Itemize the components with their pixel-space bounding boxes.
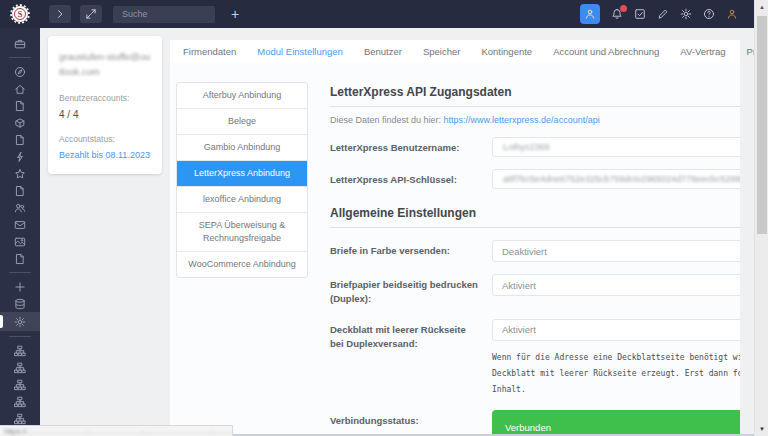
mail-icon [14,219,26,231]
doc-icon [14,134,26,146]
tab-account-und-abrechnung[interactable]: Account und Abrechnung [553,46,659,57]
plus-icon [14,281,26,293]
setting-select[interactable]: Aktiviert [492,319,740,341]
doc-icon [14,100,26,112]
tab-av-vertrag[interactable]: AV-Vertrag [680,46,725,57]
tab-benutzer[interactable]: Benutzer [364,46,402,57]
scroll-down-arrow[interactable]: ▼ [755,423,768,435]
apikey-input[interactable]: a8f7bc5e4dne6752e325cb759dctv2965024d778… [492,169,740,189]
expand-window-button[interactable] [80,5,102,23]
apikey-label: LetterXpress API-Schlüssel: [330,169,492,187]
submenu-item-woocommerce-anbindung[interactable]: WooCommerce Anbindung [177,252,307,277]
account-email: graustufen-stoffe@outlook.com [59,49,151,79]
sidebar-item-invoices[interactable] [0,131,40,148]
browser-link-preview: https://……………………-…………………-………………………-……………… [0,425,233,436]
sitemap-icon [14,413,26,425]
search-input[interactable] [113,6,215,23]
sidebar-item-receipts[interactable] [0,182,40,199]
letterxpress-settings: LetterXpress API Zugangsdaten Diese Date… [330,82,740,436]
submenu-item-afterbuy-anbindung[interactable]: Afterbuy Anbindung [177,83,307,109]
submenu-item-letterxpress-anbindung[interactable]: LetterXpress Anbindung [177,161,307,187]
help-icon[interactable] [703,8,715,20]
connection-status-label: Verbindungsstatus: [330,410,492,428]
icon-sidebar [0,28,40,436]
letterxpress-api-link[interactable]: https://www.letterxpress.de/account/api [444,115,600,125]
sitemap-icon [14,345,26,357]
briefcase-icon [14,38,26,50]
submenu-item-sepa-berweisung-rechnungsfreigabe[interactable]: SEPA Überweisung & Rechnungsfreigabe [177,213,307,252]
sidebar-item-messages[interactable] [0,216,40,233]
sidebar-item-org-4[interactable] [0,393,40,410]
sidebar-item-settings[interactable] [0,312,40,331]
tab-firmendaten[interactable]: Firmendaten [183,46,236,57]
setting-label: Briefe in Farbe versenden: [330,240,492,258]
setting-select[interactable]: Deaktiviert [492,240,740,262]
main-panel: FirmendatenModul EinstellungenBenutzerSp… [170,40,740,436]
sitemap-icon [14,362,26,374]
user-avatar[interactable] [580,4,600,24]
star-icon [14,168,26,180]
sidebar-item-quick-actions[interactable] [0,148,40,165]
sidebar-item-home[interactable] [0,80,40,97]
setting-row: Briefpapier beidseitig bedrucken (Duplex… [330,274,740,307]
sidebar-item-data[interactable] [0,295,40,312]
sidebar-item-media[interactable] [0,233,40,250]
users-icon [14,202,26,214]
sidebar-item-favorites[interactable] [0,165,40,182]
tab-bar: FirmendatenModul EinstellungenBenutzerSp… [170,40,740,63]
sidebar-item-files[interactable] [0,250,40,267]
setting-label: Deckblatt mit leerer Rückseite bei Duple… [330,319,492,352]
collapse-sidebar-button[interactable] [49,5,71,23]
sitemap-icon [14,396,26,408]
accountstatus-link[interactable]: Bezahlt bis 08.11.2023 [59,150,151,160]
new-tab-button[interactable]: + [231,7,239,21]
setting-select[interactable]: Aktiviert [492,274,740,296]
scrollbar-thumb[interactable] [757,16,767,234]
sidebar-item-add[interactable] [0,278,40,295]
divider [330,227,740,228]
submenu-item-lexoffice-anbindung[interactable]: lexoffice Anbindung [177,187,307,213]
setting-row: Briefe in Farbe versenden:Deaktiviert [330,240,740,262]
sidebar-item-products[interactable] [0,114,40,131]
settings-gear-icon[interactable] [680,8,692,20]
username-input[interactable]: Lothyz2369 [492,137,740,157]
sidebar-item-org-1[interactable] [0,342,40,359]
benutzeraccounts-value: 4 / 4 [59,109,151,120]
notifications-bell-icon[interactable] [611,8,623,20]
sidebar-item-dashboard[interactable] [0,63,40,80]
submenu-item-gambio-anbindung[interactable]: Gambio Anbindung [177,135,307,161]
gear-icon [14,316,26,328]
sidebar-divider [9,272,31,273]
tasks-icon[interactable] [634,8,646,20]
connection-status-badge: Verbunden Guthaben: 48.22 EUR [492,410,740,436]
topbar-right-icons [580,4,754,24]
box-icon [14,117,26,129]
select-value: Deaktiviert [502,246,547,257]
account-person-icon[interactable] [726,8,738,20]
accountstatus-label: Accountstatus: [59,134,151,144]
sidebar-item-org-2[interactable] [0,359,40,376]
module-submenu: Afterbuy AnbindungBelegeGambio Anbindung… [176,82,308,278]
app-logo[interactable]: S [0,6,40,22]
sidebar-divider [9,336,31,337]
module-settings-body: Afterbuy AnbindungBelegeGambio Anbindung… [170,63,740,436]
scroll-up-arrow[interactable]: ▲ [755,1,768,13]
gear-logo-icon: S [12,6,28,22]
setting-label: Briefpapier beidseitig bedrucken (Duplex… [330,274,492,307]
setting-row: Deckblatt mit leerer Rückseite bei Duple… [330,319,740,398]
sidebar-item-company[interactable] [0,35,40,52]
tab-speicher[interactable]: Speicher [423,46,461,57]
sidebar-item-contacts[interactable] [0,199,40,216]
flash-icon [14,151,26,163]
page-scrollbar[interactable]: ▲ ▼ [754,0,768,436]
doc-icon [14,185,26,197]
divider [330,106,740,107]
sidebar-item-org-3[interactable] [0,376,40,393]
image-icon [14,236,26,248]
sidebar-item-documents[interactable] [0,97,40,114]
submenu-item-belege[interactable]: Belege [177,109,307,135]
tab-kontingente[interactable]: Kontingente [481,46,532,57]
db-icon [14,298,26,310]
tab-modul-einstellungen[interactable]: Modul Einstellungen [257,46,343,57]
edit-pencil-icon[interactable] [657,8,669,20]
